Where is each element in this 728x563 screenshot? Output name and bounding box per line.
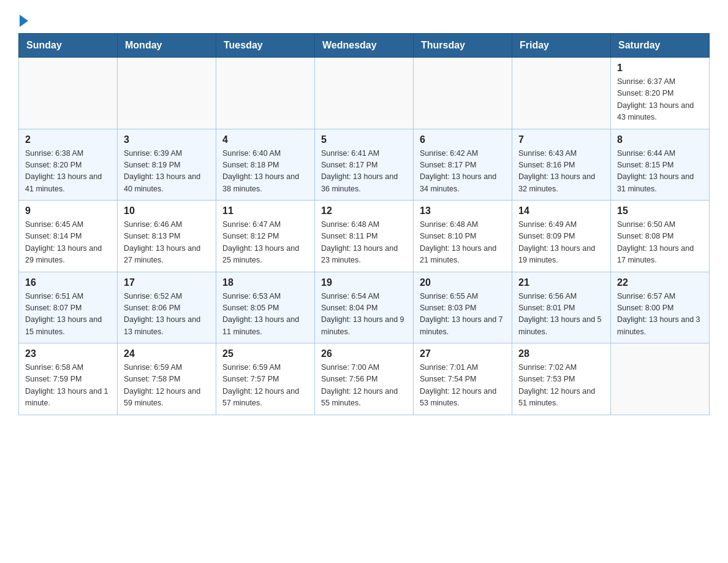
calendar-week-row: 9Sunrise: 6:45 AM Sunset: 8:14 PM Daylig… (19, 201, 710, 272)
calendar-cell: 20Sunrise: 6:55 AM Sunset: 8:03 PM Dayli… (414, 272, 512, 343)
day-info: Sunrise: 6:39 AM Sunset: 8:19 PM Dayligh… (124, 148, 210, 196)
calendar-cell: 19Sunrise: 6:54 AM Sunset: 8:04 PM Dayli… (315, 272, 414, 343)
day-number: 17 (124, 277, 210, 288)
day-info: Sunrise: 6:55 AM Sunset: 8:03 PM Dayligh… (420, 291, 506, 339)
calendar-cell: 1Sunrise: 6:37 AM Sunset: 8:20 PM Daylig… (611, 58, 710, 129)
page-header (18, 12, 710, 27)
calendar-cell: 8Sunrise: 6:44 AM Sunset: 8:15 PM Daylig… (611, 129, 710, 201)
day-number: 23 (25, 348, 111, 359)
day-header-thursday: Thursday (414, 34, 512, 58)
day-info: Sunrise: 6:56 AM Sunset: 8:01 PM Dayligh… (518, 291, 604, 339)
day-info: Sunrise: 6:57 AM Sunset: 8:00 PM Dayligh… (617, 291, 703, 339)
calendar-cell (512, 58, 611, 129)
calendar-cell: 9Sunrise: 6:45 AM Sunset: 8:14 PM Daylig… (19, 201, 118, 272)
day-number: 1 (617, 63, 703, 74)
calendar-cell: 6Sunrise: 6:42 AM Sunset: 8:17 PM Daylig… (414, 129, 512, 201)
day-info: Sunrise: 6:52 AM Sunset: 8:06 PM Dayligh… (124, 291, 210, 339)
day-number: 16 (25, 277, 111, 288)
calendar-cell: 3Sunrise: 6:39 AM Sunset: 8:19 PM Daylig… (118, 129, 216, 201)
day-info: Sunrise: 6:47 AM Sunset: 8:12 PM Dayligh… (222, 219, 308, 267)
day-info: Sunrise: 6:42 AM Sunset: 8:17 PM Dayligh… (420, 148, 506, 196)
calendar-cell: 23Sunrise: 6:58 AM Sunset: 7:59 PM Dayli… (19, 343, 118, 415)
day-info: Sunrise: 6:37 AM Sunset: 8:20 PM Dayligh… (617, 76, 703, 124)
day-info: Sunrise: 6:43 AM Sunset: 8:16 PM Dayligh… (518, 148, 604, 196)
day-number: 7 (518, 134, 604, 145)
day-number: 4 (222, 134, 308, 145)
calendar-week-row: 1Sunrise: 6:37 AM Sunset: 8:20 PM Daylig… (19, 58, 710, 129)
day-header-tuesday: Tuesday (216, 34, 315, 58)
day-info: Sunrise: 6:41 AM Sunset: 8:17 PM Dayligh… (321, 148, 407, 196)
day-number: 20 (420, 277, 506, 288)
calendar-header-row: SundayMondayTuesdayWednesdayThursdayFrid… (19, 34, 710, 58)
calendar-cell: 26Sunrise: 7:00 AM Sunset: 7:56 PM Dayli… (315, 343, 414, 415)
logo-arrow-icon (20, 15, 28, 27)
day-info: Sunrise: 6:53 AM Sunset: 8:05 PM Dayligh… (222, 291, 308, 339)
day-info: Sunrise: 6:40 AM Sunset: 8:18 PM Dayligh… (222, 148, 308, 196)
day-info: Sunrise: 6:59 AM Sunset: 7:58 PM Dayligh… (124, 362, 210, 410)
calendar-cell (315, 58, 414, 129)
calendar-cell (414, 58, 512, 129)
day-number: 8 (617, 134, 703, 145)
day-header-sunday: Sunday (19, 34, 118, 58)
calendar-cell: 18Sunrise: 6:53 AM Sunset: 8:05 PM Dayli… (216, 272, 315, 343)
day-info: Sunrise: 6:49 AM Sunset: 8:09 PM Dayligh… (518, 219, 604, 267)
day-number: 24 (124, 348, 210, 359)
calendar-cell: 21Sunrise: 6:56 AM Sunset: 8:01 PM Dayli… (512, 272, 611, 343)
calendar-cell: 17Sunrise: 6:52 AM Sunset: 8:06 PM Dayli… (118, 272, 216, 343)
calendar-cell: 27Sunrise: 7:01 AM Sunset: 7:54 PM Dayli… (414, 343, 512, 415)
calendar-cell: 25Sunrise: 6:59 AM Sunset: 7:57 PM Dayli… (216, 343, 315, 415)
calendar-cell: 22Sunrise: 6:57 AM Sunset: 8:00 PM Dayli… (611, 272, 710, 343)
day-number: 9 (25, 205, 111, 216)
day-info: Sunrise: 6:44 AM Sunset: 8:15 PM Dayligh… (617, 148, 703, 196)
day-number: 5 (321, 134, 407, 145)
calendar-cell: 13Sunrise: 6:48 AM Sunset: 8:10 PM Dayli… (414, 201, 512, 272)
calendar-cell: 14Sunrise: 6:49 AM Sunset: 8:09 PM Dayli… (512, 201, 611, 272)
day-number: 28 (518, 348, 604, 359)
day-header-monday: Monday (118, 34, 216, 58)
day-number: 19 (321, 277, 407, 288)
day-info: Sunrise: 7:01 AM Sunset: 7:54 PM Dayligh… (420, 362, 506, 410)
day-number: 25 (222, 348, 308, 359)
day-info: Sunrise: 6:48 AM Sunset: 8:10 PM Dayligh… (420, 219, 506, 267)
calendar-cell: 10Sunrise: 6:46 AM Sunset: 8:13 PM Dayli… (118, 201, 216, 272)
day-info: Sunrise: 6:54 AM Sunset: 8:04 PM Dayligh… (321, 291, 407, 339)
day-header-saturday: Saturday (611, 34, 710, 58)
day-number: 2 (25, 134, 111, 145)
day-info: Sunrise: 6:50 AM Sunset: 8:08 PM Dayligh… (617, 219, 703, 267)
calendar-week-row: 2Sunrise: 6:38 AM Sunset: 8:20 PM Daylig… (19, 129, 710, 201)
day-number: 12 (321, 205, 407, 216)
day-info: Sunrise: 6:48 AM Sunset: 8:11 PM Dayligh… (321, 219, 407, 267)
calendar-cell (216, 58, 315, 129)
day-number: 13 (420, 205, 506, 216)
logo (18, 12, 28, 27)
day-info: Sunrise: 6:45 AM Sunset: 8:14 PM Dayligh… (25, 219, 111, 267)
calendar-cell: 24Sunrise: 6:59 AM Sunset: 7:58 PM Dayli… (118, 343, 216, 415)
day-info: Sunrise: 6:51 AM Sunset: 8:07 PM Dayligh… (25, 291, 111, 339)
calendar-cell: 2Sunrise: 6:38 AM Sunset: 8:20 PM Daylig… (19, 129, 118, 201)
day-number: 27 (420, 348, 506, 359)
day-number: 6 (420, 134, 506, 145)
day-header-wednesday: Wednesday (315, 34, 414, 58)
calendar-cell: 28Sunrise: 7:02 AM Sunset: 7:53 PM Dayli… (512, 343, 611, 415)
calendar-cell: 4Sunrise: 6:40 AM Sunset: 8:18 PM Daylig… (216, 129, 315, 201)
calendar-week-row: 16Sunrise: 6:51 AM Sunset: 8:07 PM Dayli… (19, 272, 710, 343)
day-info: Sunrise: 7:00 AM Sunset: 7:56 PM Dayligh… (321, 362, 407, 410)
day-info: Sunrise: 7:02 AM Sunset: 7:53 PM Dayligh… (518, 362, 604, 410)
day-number: 22 (617, 277, 703, 288)
calendar-cell: 5Sunrise: 6:41 AM Sunset: 8:17 PM Daylig… (315, 129, 414, 201)
day-info: Sunrise: 6:38 AM Sunset: 8:20 PM Dayligh… (25, 148, 111, 196)
day-info: Sunrise: 6:58 AM Sunset: 7:59 PM Dayligh… (25, 362, 111, 410)
day-info: Sunrise: 6:46 AM Sunset: 8:13 PM Dayligh… (124, 219, 210, 267)
day-info: Sunrise: 6:59 AM Sunset: 7:57 PM Dayligh… (222, 362, 308, 410)
calendar-cell: 12Sunrise: 6:48 AM Sunset: 8:11 PM Dayli… (315, 201, 414, 272)
day-header-friday: Friday (512, 34, 611, 58)
calendar-week-row: 23Sunrise: 6:58 AM Sunset: 7:59 PM Dayli… (19, 343, 710, 415)
day-number: 14 (518, 205, 604, 216)
day-number: 15 (617, 205, 703, 216)
calendar-cell (118, 58, 216, 129)
day-number: 11 (222, 205, 308, 216)
calendar-cell: 15Sunrise: 6:50 AM Sunset: 8:08 PM Dayli… (611, 201, 710, 272)
day-number: 3 (124, 134, 210, 145)
calendar-table: SundayMondayTuesdayWednesdayThursdayFrid… (18, 33, 710, 415)
calendar-cell: 11Sunrise: 6:47 AM Sunset: 8:12 PM Dayli… (216, 201, 315, 272)
